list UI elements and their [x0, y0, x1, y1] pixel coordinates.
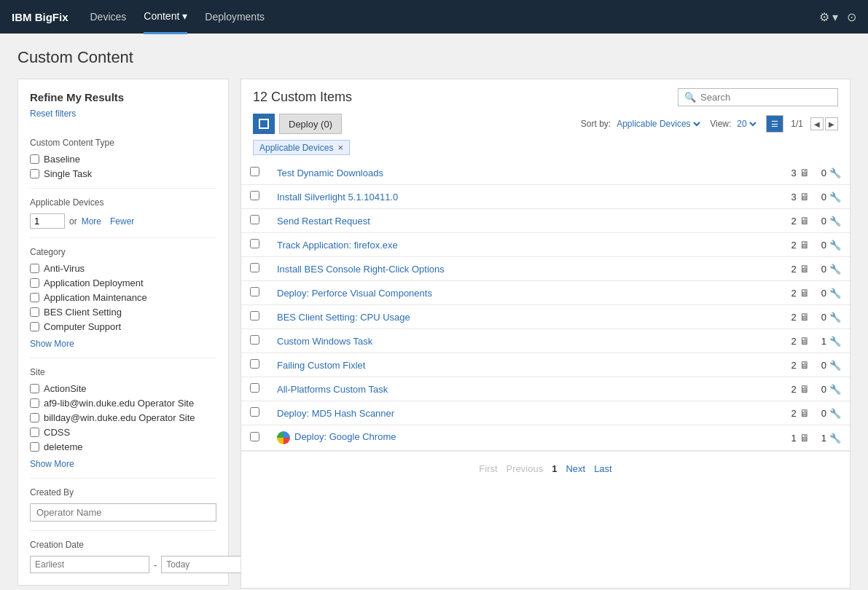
checkbox-single-task[interactable]: Single Task [30, 168, 216, 179]
tool-count: 0 [821, 312, 826, 323]
device-count: 2 [791, 336, 797, 347]
checkbox-af9-lib[interactable]: af9-lib@win.duke.edu Operator Site [30, 398, 216, 409]
created-by-input[interactable] [30, 503, 216, 522]
sidebar: Refine My Results Reset filters Custom C… [17, 79, 229, 586]
next-page-link[interactable]: Next [566, 463, 585, 474]
item-devices-cell: 2 🖥 0 🔧 [695, 305, 850, 329]
filter-tag-text: Applicable Devices [259, 143, 333, 153]
row-checkbox[interactable] [250, 359, 259, 369]
af9-lib-checkbox[interactable] [30, 398, 39, 408]
wrench-icon: 🔧 [829, 336, 841, 347]
list-view-button[interactable]: ☰ [766, 115, 783, 133]
nav-content[interactable]: Content ▾ [144, 0, 187, 34]
row-checkbox[interactable] [250, 335, 259, 345]
single-task-checkbox[interactable] [30, 169, 39, 178]
item-link[interactable]: Test Dynamic Downloads [277, 168, 383, 178]
sort-select[interactable]: Applicable Devices [614, 118, 703, 130]
item-devices-cell: 2 🖥 0 🔧 [695, 209, 850, 233]
search-input[interactable] [700, 92, 832, 103]
nav-deployments[interactable]: Deployments [205, 1, 265, 33]
item-name-cell: All-Platforms Custom Task [268, 377, 695, 401]
item-link[interactable]: Install BES Console Right-Click Options [277, 264, 445, 275]
checkbox-computer-support[interactable]: Computer Support [30, 321, 216, 332]
row-checkbox[interactable] [250, 311, 259, 320]
prev-arrow[interactable]: ◀ [810, 117, 824, 130]
site-show-more[interactable]: Show More [30, 459, 74, 469]
first-page-link[interactable]: First [479, 463, 497, 474]
row-checkbox[interactable] [250, 383, 259, 393]
nav-devices[interactable]: Devices [90, 1, 127, 33]
tool-count: 0 [821, 192, 826, 202]
row-checkbox[interactable] [250, 287, 259, 296]
previous-page-link[interactable]: Previous [507, 463, 544, 474]
fewer-link[interactable]: Fewer [110, 216, 134, 227]
bes-client-setting-checkbox[interactable] [30, 307, 39, 317]
wrench-icon: 🔧 [829, 192, 841, 202]
filter-tag-close[interactable]: × [337, 142, 343, 153]
cdss-checkbox[interactable] [30, 428, 39, 437]
item-name-cell: Custom Windows Task [268, 329, 695, 353]
checkbox-actionsite[interactable]: ActionSite [30, 383, 216, 394]
deleteme-checkbox[interactable] [30, 442, 39, 452]
deploy-button[interactable]: Deploy (0) [279, 114, 342, 134]
checkbox-bes-client-setting[interactable]: BES Client Setting [30, 307, 216, 318]
date-start-input[interactable] [30, 556, 149, 573]
gear-icon[interactable]: ⚙ ▾ [819, 10, 838, 24]
checkbox-cdss[interactable]: CDSS [30, 427, 216, 438]
row-checkbox[interactable] [250, 191, 259, 200]
app-deployment-checkbox[interactable] [30, 278, 39, 288]
select-all-button[interactable] [253, 114, 275, 134]
item-link[interactable]: BES Client Setting: CPU Usage [277, 312, 410, 323]
checkbox-deleteme[interactable]: deleteme [30, 441, 216, 452]
next-arrow[interactable]: ▶ [825, 117, 838, 130]
row-checkbox[interactable] [250, 263, 259, 272]
monitor-icon: 🖥 [799, 407, 810, 419]
checkbox-app-maintenance[interactable]: Application Maintenance [30, 292, 216, 303]
checkbox-icon [258, 118, 270, 130]
last-page-link[interactable]: Last [594, 463, 612, 474]
checkbox-billday[interactable]: billday@win.duke.edu Operator Site [30, 412, 216, 423]
row-checkbox[interactable] [250, 432, 259, 441]
row-checkbox[interactable] [250, 407, 259, 417]
anti-virus-checkbox[interactable] [30, 264, 39, 273]
applicable-devices-row: or More Fewer [30, 213, 216, 229]
billday-checkbox[interactable] [30, 413, 39, 422]
user-icon[interactable]: ⊙ [847, 10, 856, 24]
applicable-devices-input[interactable] [30, 213, 65, 229]
item-devices-cell: 2 🖥 0 🔧 [695, 257, 850, 281]
item-link[interactable]: Deploy: MD5 Hash Scanner [277, 408, 394, 419]
row-checkbox[interactable] [250, 167, 259, 176]
category-label: Category [30, 247, 216, 257]
item-link[interactable]: Failing Custom Fixlet [277, 360, 365, 371]
item-link[interactable]: Track Application: firefox.exe [277, 240, 398, 251]
more-link[interactable]: More [82, 216, 101, 227]
item-link[interactable]: Send Restart Request [277, 216, 370, 227]
item-name-cell: Deploy: Google Chrome [268, 425, 695, 451]
baseline-checkbox[interactable] [30, 154, 39, 164]
device-count: 1 [791, 433, 797, 444]
row-checkbox[interactable] [250, 239, 259, 248]
row-checkbox-cell [241, 329, 268, 353]
item-devices-cell: 1 🖥 1 🔧 [695, 425, 850, 451]
reset-filters-link[interactable]: Reset filters [30, 109, 76, 119]
table-row: Deploy: Perforce Visual Components 2 🖥 0… [241, 281, 850, 305]
checkbox-baseline[interactable]: Baseline [30, 154, 216, 165]
pagination-text: 1/1 [791, 119, 803, 129]
checkbox-anti-virus[interactable]: Anti-Virus [30, 263, 216, 274]
row-checkbox-cell [241, 353, 268, 377]
app-maintenance-checkbox[interactable] [30, 293, 39, 302]
actionsite-checkbox[interactable] [30, 384, 39, 393]
created-by-label: Created By [30, 487, 216, 497]
row-checkbox[interactable] [250, 215, 259, 224]
item-link[interactable]: All-Platforms Custom Task [277, 384, 388, 395]
computer-support-checkbox[interactable] [30, 322, 39, 331]
checkbox-app-deployment[interactable]: Application Deployment [30, 278, 216, 288]
item-link[interactable]: Deploy: Google Chrome [294, 431, 396, 442]
item-link[interactable]: Custom Windows Task [277, 336, 372, 347]
view-count-select[interactable]: 20 [734, 118, 759, 130]
item-link[interactable]: Install Silverlight 5.1.10411.0 [277, 192, 398, 202]
bottom-pagination: First Previous 1 Next Last [241, 451, 850, 486]
category-show-more[interactable]: Show More [30, 339, 74, 349]
view-icons: ☰ [766, 115, 783, 133]
item-link[interactable]: Deploy: Perforce Visual Components [277, 288, 432, 299]
